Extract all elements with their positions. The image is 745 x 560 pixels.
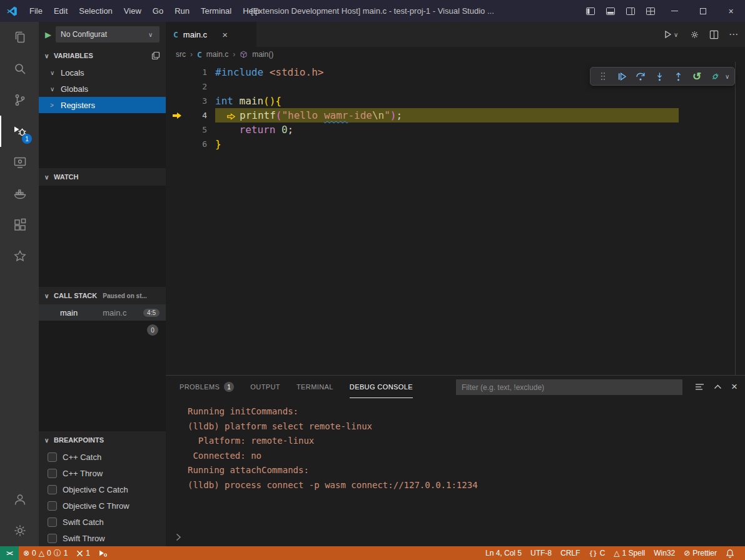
variables-item-globals[interactable]: ∨Globals bbox=[39, 81, 166, 97]
maximize-panel-icon[interactable] bbox=[714, 384, 722, 389]
drag-grip-icon[interactable] bbox=[594, 68, 612, 84]
formatter-indicator[interactable]: ⊘Prettier bbox=[679, 546, 721, 560]
line-number[interactable]: 1 bbox=[188, 65, 207, 79]
breakpoint-row[interactable]: C++ Catch bbox=[39, 449, 166, 465]
step-over-button[interactable] bbox=[631, 68, 650, 84]
disconnect-button[interactable] bbox=[706, 68, 725, 84]
search-icon[interactable] bbox=[0, 53, 39, 84]
breakpoint-row[interactable]: C++ Throw bbox=[39, 465, 166, 481]
breakpoint-row[interactable]: Swift Throw bbox=[39, 530, 166, 546]
close-button[interactable]: × bbox=[717, 0, 745, 22]
eol-indicator[interactable]: CRLF bbox=[556, 546, 584, 560]
source-control-icon[interactable] bbox=[0, 84, 39, 116]
breadcrumb-symbol[interactable]: main() bbox=[252, 50, 273, 59]
settings-gear-icon[interactable] bbox=[0, 515, 39, 546]
breakpoints-section-header[interactable]: ∨ BREAKPOINTS bbox=[39, 431, 166, 449]
variables-panes-icon[interactable] bbox=[151, 51, 160, 60]
line-number[interactable]: 2 bbox=[188, 79, 207, 94]
checkbox[interactable] bbox=[48, 501, 57, 511]
breadcrumb-folder[interactable]: src bbox=[176, 50, 186, 59]
code-line-current[interactable]: 4 printf("hello wamr-ide\n"); bbox=[166, 108, 745, 122]
menu-file[interactable]: File bbox=[24, 0, 48, 22]
breadcrumb-file[interactable]: main.c bbox=[206, 50, 228, 59]
code-line[interactable]: 3 int main(){ bbox=[166, 94, 745, 108]
breakpoint-gutter[interactable] bbox=[166, 122, 188, 137]
breakpoint-gutter[interactable] bbox=[166, 79, 188, 94]
line-number[interactable]: 6 bbox=[188, 137, 207, 151]
extensions-icon[interactable] bbox=[0, 209, 39, 241]
remote-indicator[interactable]: >< bbox=[0, 546, 19, 560]
menu-run[interactable]: Run bbox=[169, 0, 195, 22]
toggle-panel-icon[interactable] bbox=[601, 6, 621, 16]
scrollbar[interactable] bbox=[735, 62, 736, 375]
breakpoint-row[interactable]: Objective C Catch bbox=[39, 481, 166, 498]
menu-selection[interactable]: Selection bbox=[73, 0, 118, 22]
accounts-icon[interactable] bbox=[0, 484, 39, 515]
breakpoint-row[interactable]: Objective C Throw bbox=[39, 498, 166, 514]
restart-button[interactable]: ↺ bbox=[687, 68, 706, 84]
call-stack-frame[interactable]: main main.c 4:5 bbox=[39, 304, 166, 321]
split-editor-icon[interactable] bbox=[709, 30, 719, 39]
tab-terminal[interactable]: TERMINAL bbox=[296, 376, 333, 398]
docker-icon[interactable] bbox=[0, 178, 39, 209]
code-editor[interactable]: ↺ ∨ 1 #include <stdio.h> 2 3 i bbox=[166, 62, 745, 375]
launch-config-dropdown[interactable]: No Configurat∨ bbox=[56, 26, 160, 42]
menu-view[interactable]: View bbox=[118, 0, 147, 22]
language-indicator[interactable]: {}C bbox=[584, 546, 609, 560]
checkbox[interactable] bbox=[48, 534, 57, 543]
menu-edit[interactable]: Edit bbox=[48, 0, 73, 22]
cursor-position[interactable]: Ln 4, Col 5 bbox=[481, 546, 526, 560]
execution-pointer-icon[interactable] bbox=[166, 108, 188, 122]
breakpoint-gutter[interactable] bbox=[166, 137, 188, 151]
checkbox[interactable] bbox=[48, 518, 57, 527]
menu-terminal[interactable]: Terminal bbox=[195, 0, 237, 22]
breakpoint-gutter[interactable] bbox=[166, 65, 188, 79]
checkbox[interactable] bbox=[48, 452, 57, 462]
tab-debug-console[interactable]: DEBUG CONSOLE bbox=[350, 376, 413, 398]
maximize-button[interactable] bbox=[689, 0, 717, 22]
encoding-indicator[interactable]: UTF-8 bbox=[526, 546, 556, 560]
console-filter-input[interactable] bbox=[456, 379, 682, 395]
variables-item-registers[interactable]: >Registers bbox=[39, 97, 166, 113]
code-line[interactable]: 6 } bbox=[166, 137, 745, 151]
tab-output[interactable]: OUTPUT bbox=[250, 376, 280, 398]
line-number[interactable]: 3 bbox=[188, 94, 207, 108]
variables-item-locals[interactable]: ∨Locals bbox=[39, 64, 166, 81]
continue-button[interactable] bbox=[612, 68, 631, 84]
customize-layout-icon[interactable] bbox=[641, 6, 661, 16]
call-stack-section-header[interactable]: ∨ CALL STACK Paused on st... bbox=[39, 287, 166, 304]
start-debugging-icon[interactable]: ▶ bbox=[45, 30, 51, 39]
menu-go[interactable]: Go bbox=[147, 0, 169, 22]
close-panel-icon[interactable]: × bbox=[731, 381, 737, 393]
checkbox[interactable] bbox=[48, 485, 57, 494]
notifications-bell-icon[interactable] bbox=[721, 546, 739, 560]
problems-indicator[interactable]: ⊗0 △0 ⓘ1 bbox=[19, 546, 72, 560]
checkbox[interactable] bbox=[48, 469, 57, 478]
spell-checker-indicator[interactable]: △1 Spell bbox=[609, 546, 649, 560]
close-tab-icon[interactable]: × bbox=[222, 29, 228, 40]
minimize-button[interactable] bbox=[661, 0, 689, 22]
gear-icon[interactable] bbox=[690, 30, 699, 39]
debug-status-indicator[interactable] bbox=[94, 546, 111, 560]
tasks-indicator[interactable]: 1 bbox=[72, 546, 94, 560]
line-number[interactable]: 5 bbox=[188, 122, 207, 137]
more-actions-icon[interactable]: ⋯ bbox=[729, 29, 739, 40]
toggle-sidebar-icon[interactable] bbox=[580, 6, 601, 16]
variables-section-header[interactable]: ∨ VARIABLES bbox=[39, 47, 166, 64]
watch-section-header[interactable]: ∨ WATCH bbox=[39, 168, 166, 186]
toggle-secondary-sidebar-icon[interactable] bbox=[621, 6, 641, 16]
line-number[interactable]: 4 bbox=[188, 108, 207, 122]
platform-indicator[interactable]: Win32 bbox=[649, 546, 679, 560]
explorer-icon[interactable] bbox=[0, 22, 39, 53]
console-input-prompt[interactable] bbox=[176, 533, 181, 541]
breakpoint-row[interactable]: Swift Catch bbox=[39, 514, 166, 530]
code-line[interactable]: 5 return 0; bbox=[166, 122, 745, 137]
remote-explorer-icon[interactable] bbox=[0, 147, 39, 178]
run-and-debug-icon[interactable]: 1 bbox=[0, 116, 39, 147]
star-icon[interactable] bbox=[0, 241, 39, 272]
tab-problems[interactable]: PROBLEMS1 bbox=[180, 376, 234, 398]
chevron-down-icon[interactable]: ∨ bbox=[725, 73, 731, 80]
step-out-button[interactable] bbox=[669, 68, 687, 84]
breakpoint-gutter[interactable] bbox=[166, 94, 188, 108]
tab-main-c[interactable]: C main.c × bbox=[166, 22, 256, 47]
